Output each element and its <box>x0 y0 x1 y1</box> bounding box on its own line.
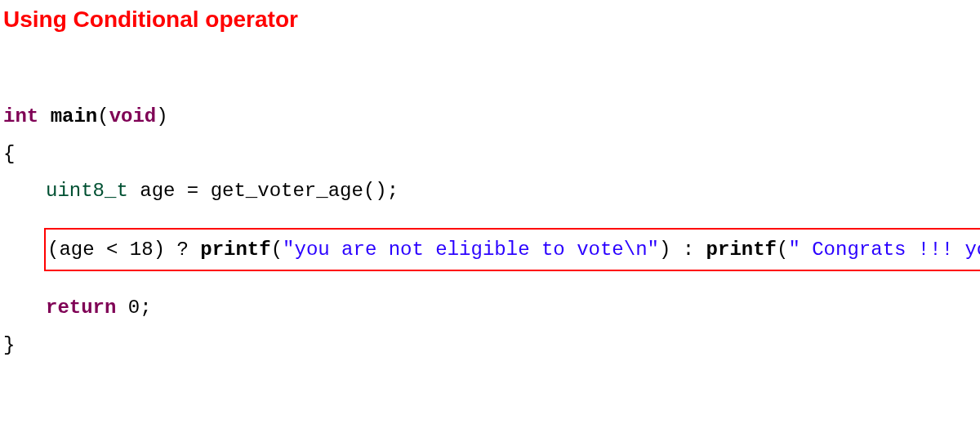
function-main: main <box>51 105 98 127</box>
string-not-eligible: "you are not eligible to vote\n" <box>283 239 659 261</box>
num-18: 18) <box>118 239 176 261</box>
paren-close: ) <box>156 105 167 127</box>
brace-close: } <box>3 334 15 356</box>
blank-line <box>3 210 980 228</box>
return-val: 0; <box>116 297 151 319</box>
op-lt: < <box>106 239 118 261</box>
op-question: ? <box>176 239 188 261</box>
paren-close-1: ) <box>659 239 683 261</box>
paren-open-2: ( <box>777 239 788 261</box>
call-getvoterage: get_voter_age(); <box>198 180 399 202</box>
code-line-brace-open: { <box>3 136 980 173</box>
expr-open: (age <box>47 239 106 261</box>
equals: = <box>187 180 198 202</box>
type-uint8: uint8_t <box>46 180 128 202</box>
op-colon: : <box>683 239 694 261</box>
fn-printf-2: printf <box>706 239 777 261</box>
space <box>38 105 50 127</box>
brace-open: { <box>3 143 15 165</box>
highlight-box: (age < 18) ? printf("you are not eligibl… <box>44 228 980 272</box>
space <box>694 239 706 261</box>
code-line-ternary: (age < 18) ? printf("you are not eligibl… <box>3 228 980 272</box>
paren-open-1: ( <box>271 239 283 261</box>
keyword-int: int <box>3 105 38 127</box>
paren-open: ( <box>97 105 109 127</box>
code-line-brace-close: } <box>3 327 980 364</box>
code-line-main: int main(void) <box>3 98 980 136</box>
code-line-decl: uint8_t age = get_voter_age(); <box>3 172 980 210</box>
page-title: Using Conditional operator <box>0 0 980 33</box>
string-congrats: " Congrats !!! you can vote\n" <box>788 239 980 261</box>
space <box>189 239 200 261</box>
code-block: int main(void) { uint8_t age = get_voter… <box>0 33 980 364</box>
keyword-void: void <box>109 105 157 127</box>
keyword-return: return <box>46 297 116 319</box>
fn-printf-1: printf <box>200 239 270 261</box>
blank-line <box>3 271 980 289</box>
code-line-return: return 0; <box>3 289 980 327</box>
var-age: age <box>128 180 187 202</box>
